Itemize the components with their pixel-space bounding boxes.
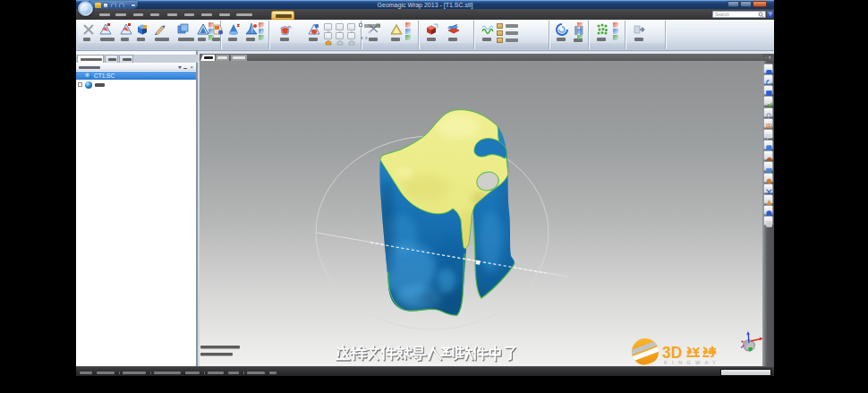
- svg-text:KINGWAY: KINGWAY: [664, 360, 720, 365]
